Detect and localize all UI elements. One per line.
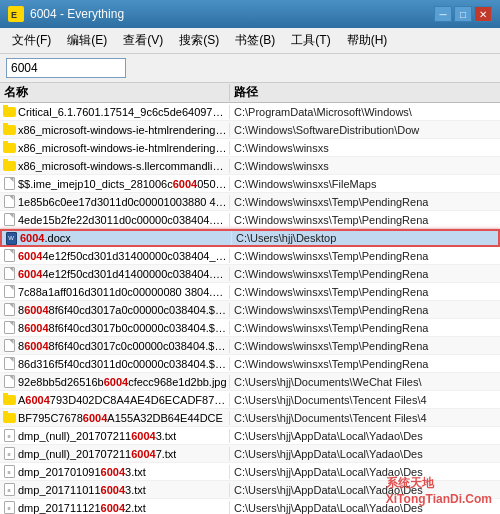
- file-name: dmp_(null)_20170721160047.txt: [18, 448, 176, 460]
- table-row[interactable]: 86d316f5f40cd3011d0c00000c038404.$$.ime_…: [0, 355, 500, 373]
- menu-item[interactable]: 书签(B): [227, 30, 283, 51]
- cell-name: ≡dmp_(null)_20170721160043.txt: [0, 429, 230, 443]
- file-name: 86d316f5f40cd3011d0c00000c038404.$$.ime_…: [18, 358, 227, 370]
- table-row[interactable]: $$.ime_imejp10_dicts_281006c6004050618.c…: [0, 175, 500, 193]
- file-name: 4ede15b2fe22d3011d0c00000c038404.$$.ime_…: [18, 214, 227, 226]
- content-area: 名称 路径 Critical_6.1.7601.17514_9c6c5de640…: [0, 83, 500, 514]
- maximize-button[interactable]: □: [454, 6, 472, 22]
- cell-path: C:\Users\hjj\AppData\Local\Yadao\Des: [230, 448, 500, 460]
- cell-path: C:\Windows\winsxs\Temp\PendingRena: [230, 304, 500, 316]
- txt-icon: ≡: [2, 483, 16, 497]
- cell-name: $$.ime_imejp10_dicts_281006c6004050618.c…: [0, 177, 230, 191]
- table-row[interactable]: x86_microsoft-windows-ie-htmlrendering_3…: [0, 139, 500, 157]
- file-name: 1e85b6c0ee17d3011d0c00001003880 4.$$.ime…: [18, 196, 227, 208]
- table-row[interactable]: ≡dmp_(null)_20170721160047.txtC:\Users\h…: [0, 445, 500, 463]
- cell-name: ≡dmp_20171112160042.txt: [0, 501, 230, 515]
- cell-name: Critical_6.1.7601.17514_9c6c5de64097a991…: [0, 105, 230, 119]
- cell-name: x86_microsoft-windows-ie-htmlrendering_3…: [0, 123, 230, 137]
- cell-path: C:\Windows\winsxs\FileMaps: [230, 178, 500, 190]
- table-row[interactable]: x86_microsoft-windows-s.llercommandlinet…: [0, 157, 500, 175]
- file-name: x86_microsoft-windows-ie-htmlrendering_3…: [18, 142, 227, 154]
- table-row[interactable]: Critical_6.1.7601.17514_9c6c5de64097a991…: [0, 103, 500, 121]
- txt-icon: ≡: [2, 465, 16, 479]
- menu-item[interactable]: 帮助(H): [339, 30, 396, 51]
- menu-item[interactable]: 查看(V): [115, 30, 171, 51]
- table-row[interactable]: 4ede15b2fe22d3011d0c00000c038404.$$.ime_…: [0, 211, 500, 229]
- file-name: BF795C76786004A155A32DB64E44DCE: [18, 412, 223, 424]
- table-row[interactable]: ≡dmp_20171101160043.txtC:\Users\hjj\AppD…: [0, 481, 500, 499]
- menu-item[interactable]: 工具(T): [283, 30, 338, 51]
- file-icon: [2, 285, 16, 299]
- cell-path: C:\Windows\winsxs\Temp\PendingRena: [230, 250, 500, 262]
- file-name: 860048f6f40cd3017a0c00000c038404.$$.ime_…: [18, 304, 227, 316]
- file-name: Critical_6.1.7601.17514_9c6c5de64097a991…: [18, 106, 227, 118]
- cell-path: C:\Windows\winsxs: [230, 160, 500, 172]
- cell-path: C:\Windows\SoftwareDistribution\Dow: [230, 124, 500, 136]
- file-name: 860048f6f40cd3017c0c00000c038404.$$_diag…: [18, 340, 227, 352]
- file-icon: [2, 267, 16, 281]
- cell-path: C:\Windows\winsxs: [230, 142, 500, 154]
- cell-name: ≡dmp_20170109160043.txt: [0, 465, 230, 479]
- docx-icon: W: [4, 231, 18, 245]
- file-name: 6004.docx: [20, 232, 71, 244]
- file-icon: [2, 303, 16, 317]
- close-button[interactable]: ✕: [474, 6, 492, 22]
- table-row[interactable]: 60044e12f50cd301d31400000c038404_0000000…: [0, 247, 500, 265]
- folder-icon: [2, 393, 16, 407]
- table-row[interactable]: W6004.docxC:\Users\hjj\Desktop: [0, 229, 500, 247]
- menu-item[interactable]: 文件(F): [4, 30, 59, 51]
- file-name: $$.ime_imejp10_dicts_281006c6004050618.c…: [18, 178, 227, 190]
- cell-name: 860048f6f40cd3017a0c00000c038404.$$.ime_…: [0, 303, 230, 317]
- file-name: 60044e12f50cd301d41400000c038404.$$.cdf-…: [18, 268, 227, 280]
- cell-name: x86_microsoft-windows-ie-htmlrendering_3…: [0, 141, 230, 155]
- window-title: 6004 - Everything: [30, 7, 124, 21]
- file-icon: [2, 177, 16, 191]
- txt-icon: ≡: [2, 501, 16, 515]
- table-row[interactable]: ≡dmp_(null)_20170721160043.txtC:\Users\h…: [0, 427, 500, 445]
- cell-path: C:\Windows\winsxs\Temp\PendingRena: [230, 286, 500, 298]
- cell-path: C:\Windows\winsxs\Temp\PendingRena: [230, 214, 500, 226]
- cell-name: 60044e12f50cd301d41400000c038404.$$.cdf-…: [0, 267, 230, 281]
- table-row[interactable]: 7c88a1aff016d3011d0c00000080 3804.$$.ime…: [0, 283, 500, 301]
- table-header: 名称 路径: [0, 83, 500, 103]
- cell-name: BF795C76786004A155A32DB64E44DCE: [0, 411, 230, 425]
- table-row[interactable]: 860048f6f40cd3017a0c00000c038404.$$.ime_…: [0, 301, 500, 319]
- table-row[interactable]: A6004793D402DC8A4AE4D6ECADF873CC:\Users\…: [0, 391, 500, 409]
- file-name: A6004793D402DC8A4AE4D6ECADF873C: [18, 394, 227, 406]
- cell-name: ≡dmp_(null)_20170721160047.txt: [0, 447, 230, 461]
- cell-path: C:\Windows\winsxs\Temp\PendingRena: [230, 340, 500, 352]
- table-row[interactable]: 60044e12f50cd301d41400000c038404.$$.cdf-…: [0, 265, 500, 283]
- search-input[interactable]: [6, 58, 126, 78]
- window-controls: ─ □ ✕: [434, 6, 492, 22]
- table-row[interactable]: x86_microsoft-windows-ie-htmlrendering_3…: [0, 121, 500, 139]
- menu-item[interactable]: 编辑(E): [59, 30, 115, 51]
- table-row[interactable]: 860048f6f40cd3017b0c00000c038404.$$.cdf-…: [0, 319, 500, 337]
- folder-icon: [2, 159, 16, 173]
- table-row[interactable]: ≡dmp_20170109160043.txtC:\Users\hjj\AppD…: [0, 463, 500, 481]
- file-icon: [2, 357, 16, 371]
- table-row[interactable]: 860048f6f40cd3017c0c00000c038404.$$_diag…: [0, 337, 500, 355]
- file-icon: [2, 375, 16, 389]
- cell-path: C:\Windows\winsxs\Temp\PendingRena: [230, 322, 500, 334]
- table-row[interactable]: 92e8bb5d26516b6004cfecc968e1d2bb.jpgC:\U…: [0, 373, 500, 391]
- cell-name: 860048f6f40cd3017c0c00000c038404.$$_diag…: [0, 339, 230, 353]
- minimize-button[interactable]: ─: [434, 6, 452, 22]
- file-name: dmp_20171112160042.txt: [18, 502, 146, 514]
- table-row[interactable]: BF795C76786004A155A32DB64E44DCEC:\Users\…: [0, 409, 500, 427]
- table-row[interactable]: 1e85b6c0ee17d3011d0c00001003880 4.$$.ime…: [0, 193, 500, 211]
- file-name: dmp_(null)_20170721160043.txt: [18, 430, 176, 442]
- cell-path: C:\Windows\winsxs\Temp\PendingRena: [230, 196, 500, 208]
- cell-path: C:\Users\hjj\AppData\Local\Yadao\Des: [230, 502, 500, 514]
- table-row[interactable]: ≡dmp_20171112160042.txtC:\Users\hjj\AppD…: [0, 499, 500, 514]
- file-name: 860048f6f40cd3017b0c00000c038404.$$.cdf-…: [18, 322, 227, 334]
- folder-icon: [2, 105, 16, 119]
- cell-name: ≡dmp_20171101160043.txt: [0, 483, 230, 497]
- menu-item[interactable]: 搜索(S): [171, 30, 227, 51]
- search-bar: [0, 54, 500, 83]
- column-name-header: 名称: [0, 84, 230, 101]
- file-icon: [2, 249, 16, 263]
- file-icon: [2, 213, 16, 227]
- file-icon: [2, 339, 16, 353]
- cell-name: 4ede15b2fe22d3011d0c00000c038404.$$.ime_…: [0, 213, 230, 227]
- file-name: dmp_20170109160043.txt: [18, 466, 146, 478]
